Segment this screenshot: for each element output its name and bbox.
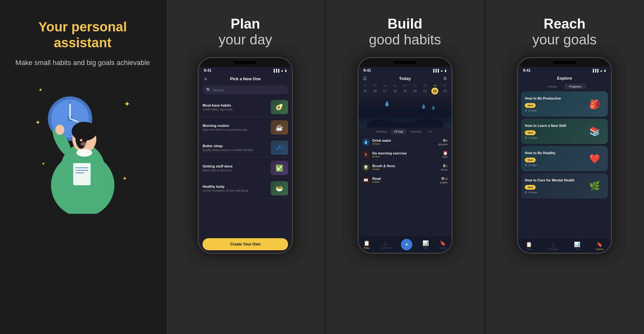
stats-nav-label-4: Stats — [575, 248, 580, 250]
habit-name-0: Must-have habits — [203, 103, 267, 107]
nav-explore-4[interactable]: 🔖 Explore — [596, 241, 603, 250]
list-item[interactable]: Morning routine Open the doors to a prod… — [199, 118, 292, 137]
week-day-num-1[interactable]: 16 — [371, 88, 378, 95]
habit-row-read[interactable]: 📖 Read ● New 0/20 pages — [358, 174, 452, 187]
exercise-habit-progress: ⏰ 30m — [442, 151, 448, 159]
week-day-label-1: FR — [373, 84, 377, 87]
add-habit-button[interactable]: + — [401, 239, 412, 250]
sparkle-icon-4: ✦ — [122, 175, 127, 182]
wifi-icon-3: ▲ — [440, 69, 443, 72]
read-icon: 📖 — [362, 176, 370, 184]
character-illustration — [32, 81, 133, 214]
program-card-1-image: 📚 — [585, 122, 604, 141]
signal-icon-2: ▐▐▐ — [273, 69, 279, 72]
program-start-2-button[interactable]: Start — [525, 158, 536, 162]
nav-stats[interactable]: 📊 Stats — [422, 240, 429, 249]
create-own-button[interactable]: Create Your Own — [203, 238, 288, 250]
read-habit-name: Read — [372, 177, 440, 180]
week-day-0: TH 15 — [362, 84, 369, 95]
today-nav-label: Today — [364, 247, 370, 249]
phone-notch-4 — [518, 58, 611, 67]
week-day-num-0[interactable]: 15 — [362, 88, 369, 95]
week-day-4: MO 19 — [402, 84, 409, 95]
nav-today-4[interactable]: 📋 Today — [526, 241, 532, 250]
list-item[interactable]: Better sleep Quality sleep is key to a h… — [199, 138, 292, 158]
filter-allday[interactable]: All Day — [391, 129, 406, 134]
filter-evening[interactable]: Evening — [373, 129, 390, 134]
filter-afternoon[interactable]: Af... — [426, 129, 437, 134]
pick-title: Pick a New One — [230, 76, 261, 81]
nav-challenges[interactable]: △ Challenges — [380, 240, 391, 249]
svg-rect-11 — [73, 163, 91, 185]
habit-image-0: 🥑 — [271, 100, 288, 114]
search-bar[interactable]: 🔍 Search — [203, 86, 288, 94]
week-day-num-4[interactable]: 19 — [402, 88, 409, 95]
status-bar-2: 9:41 ▐▐▐ ▲ ▮ — [199, 67, 292, 74]
program-start-3-button[interactable]: Start — [525, 185, 536, 190]
battery-icon-4: ▮ — [604, 69, 606, 72]
brush-habit-name: Brush & floss — [372, 164, 441, 168]
tab-articles[interactable]: Articles — [543, 84, 562, 89]
habit-image-2: 💤 — [271, 141, 288, 155]
status-time-3: 9:41 — [364, 68, 371, 73]
sparkle-icon-2: ✦ — [124, 100, 130, 108]
habit-desc-3: Boost your productivity — [203, 169, 267, 172]
close-icon[interactable]: ✕ — [204, 76, 208, 82]
week-day-num-8[interactable]: 23 — [441, 88, 448, 95]
habit-row-brush[interactable]: 🦷 Brush & floss ● New 0/1 times — [358, 161, 452, 174]
program-start-1-button[interactable]: Start — [525, 130, 536, 135]
program-card-0[interactable]: How to Be Productive Start 🗓 15 days 🎒 — [521, 91, 608, 117]
nav-stats-4[interactable]: 📊 Stats — [574, 241, 580, 250]
week-day-6: WE 21 — [422, 84, 428, 95]
search-placeholder: Search — [213, 88, 224, 92]
program-start-0-button[interactable]: Start — [525, 103, 536, 108]
week-day-num-2[interactable]: 17 — [382, 88, 389, 95]
panel-reach: Reach your goals 9:41 ▐▐▐ ▲ ▮ Explore Ar… — [485, 0, 644, 334]
habit-name-2: Better sleep — [203, 144, 267, 148]
brush-habit-info: Brush & floss ● New — [372, 164, 441, 171]
week-day-label-2: SA — [383, 84, 387, 87]
status-time-4: 9:41 — [523, 68, 531, 73]
brush-habit-status: ● New — [372, 168, 441, 171]
svg-point-22 — [55, 125, 64, 135]
exercise-habit-status: ● New — [372, 155, 442, 158]
habit-category-list: Must-have habits Small habits, big resul… — [199, 96, 292, 236]
program-card-3-info: How to Care for Mental Health Start 🗓 15… — [525, 178, 585, 194]
explore-nav-label-4: Explore — [596, 248, 603, 250]
nav-explore[interactable]: 🔖 Explore — [439, 240, 447, 249]
tab-programs[interactable]: Programs — [564, 84, 587, 89]
water-habit-name: Drink water — [372, 139, 438, 142]
week-day-num-6[interactable]: 21 — [422, 88, 428, 95]
habit-row-water[interactable]: 💧 Drink water ● New 0/8 glasses — [358, 136, 452, 148]
program-card-0-title: How to Be Productive — [525, 96, 585, 101]
filter-morning[interactable]: Morning — [408, 129, 424, 134]
habit-row-exercise[interactable]: 🏃 Do morning exercise ● New ⏰ 30m — [358, 148, 452, 161]
list-item[interactable]: Healthy body It's the foundation of your… — [199, 179, 292, 198]
program-card-0-info: How to Be Productive Start 🗓 15 days — [525, 96, 585, 112]
habit-text-must-have: Must-have habits Small habits, big resul… — [203, 103, 267, 111]
week-day-num-7[interactable]: 22 — [431, 88, 438, 95]
program-card-3[interactable]: How to Care for Mental Health Start 🗓 15… — [521, 173, 608, 199]
settings-icon[interactable]: ⚙ — [443, 76, 447, 81]
nav-today[interactable]: 📋 Today — [364, 240, 370, 249]
stats-nav-icon: 📊 — [422, 240, 429, 246]
signal-icon-3: ▐▐▐ — [432, 69, 439, 72]
status-time-2: 9:41 — [204, 68, 211, 73]
nav-challenges-4[interactable]: △ Challenges — [547, 241, 558, 250]
week-day-num-3[interactable]: 18 — [391, 88, 398, 95]
list-item[interactable]: Must-have habits Small habits, big resul… — [199, 97, 292, 117]
list-item[interactable]: Getting stuff done Boost your productivi… — [199, 158, 292, 178]
program-card-3-image: 🌿 — [585, 176, 604, 195]
week-day-num-5[interactable]: 20 — [411, 88, 418, 95]
signal-icon-4: ▐▐▐ — [592, 69, 598, 72]
program-card-1[interactable]: How to Learn a New Skill Start 🗓 15 days… — [521, 119, 608, 144]
program-card-1-title: How to Learn a New Skill — [525, 123, 585, 128]
program-card-2-image: ❤️ — [585, 149, 604, 168]
program-card-2[interactable]: How to Be Healthy Start 🗓 15 days ❤️ — [521, 146, 608, 171]
program-card-3-days: 🗓 15 days — [525, 191, 585, 194]
menu-icon[interactable]: ☰ — [363, 76, 367, 81]
wifi-icon-4: ▲ — [600, 69, 603, 72]
water-drop-icon-1: 💧 — [384, 101, 390, 107]
status-bar-3: 9:41 ▐▐▐ ▲ ▮ — [358, 67, 452, 74]
panel2-heading-light: your day — [219, 32, 272, 47]
